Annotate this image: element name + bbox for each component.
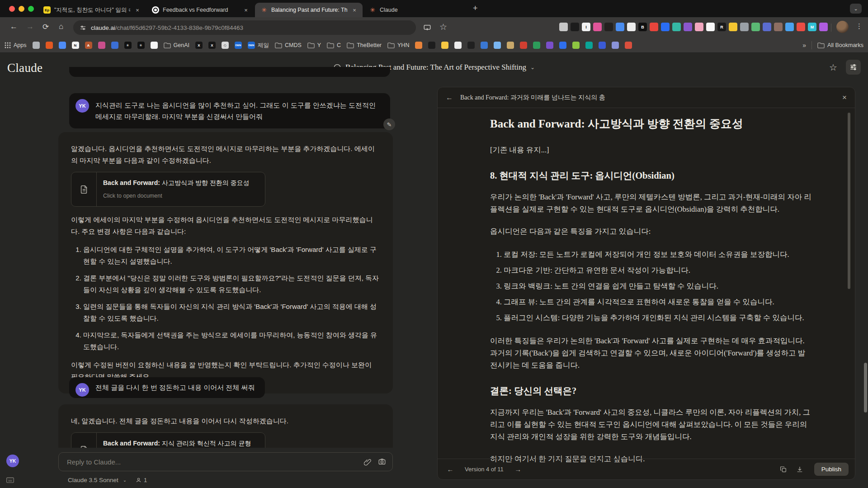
reply-input[interactable]: Reply to Claude... (67, 458, 358, 466)
bookmark-item[interactable] (599, 42, 606, 49)
extension-icon[interactable] (785, 23, 794, 31)
bookmark-item[interactable] (428, 42, 435, 49)
bookmark-folder[interactable]: CMDS (275, 42, 302, 48)
bookmark-item[interactable] (467, 42, 475, 49)
bookmark-item[interactable] (520, 42, 527, 49)
bookmark-item[interactable] (546, 42, 553, 49)
all-bookmarks-folder[interactable]: All Bookmarks (817, 42, 863, 48)
extension-icon[interactable] (763, 23, 771, 31)
bookmark-item[interactable] (98, 42, 105, 49)
bookmark-item[interactable]: X (195, 42, 203, 49)
copy-icon[interactable] (780, 466, 787, 473)
screenshot-camera-icon[interactable] (378, 458, 386, 466)
bookmark-item[interactable] (33, 42, 40, 49)
bookmark-folder[interactable]: Y (307, 42, 321, 48)
send-to-device-icon[interactable] (423, 24, 431, 32)
browser-profile-avatar[interactable] (836, 21, 849, 33)
bookmark-item[interactable] (481, 42, 488, 49)
extension-icon[interactable]: M (808, 23, 816, 31)
bookmark-item[interactable]: DBN (235, 42, 242, 49)
traffic-light-close[interactable] (9, 6, 15, 12)
extension-icon[interactable] (627, 23, 636, 31)
site-info-icon[interactable] (80, 24, 86, 31)
extension-icon[interactable]: R (717, 23, 726, 31)
bookmark-item[interactable]: X (208, 42, 216, 49)
extension-icon[interactable] (740, 23, 749, 31)
bookmark-item[interactable]: N (72, 42, 79, 49)
browser-menu-icon[interactable]: ⋮ (856, 22, 863, 30)
bookmark-item[interactable]: A (85, 42, 92, 49)
browser-tab-1[interactable]: Ep "지적도, 칭찬도 아니다" 일의 속도 × (38, 3, 146, 17)
extension-icon[interactable] (593, 23, 602, 31)
bookmark-item[interactable] (46, 42, 53, 49)
extension-icon[interactable] (672, 23, 681, 31)
bookmark-folder[interactable]: GenAI (164, 42, 189, 48)
bookmark-item[interactable] (494, 42, 501, 49)
bookmark-star-icon[interactable]: ☆ (439, 22, 447, 32)
collaborator-count[interactable]: 1 (136, 477, 147, 483)
extension-icon[interactable]: B (638, 23, 647, 31)
bookmarks-overflow-icon[interactable]: » (802, 42, 806, 49)
edit-message-button[interactable]: ✎ (383, 118, 395, 130)
address-bar[interactable]: claude.ai/chat/f65d6297-59b2-4133-838e-9… (73, 20, 416, 35)
extension-icon[interactable] (684, 23, 692, 31)
bookmark-item[interactable] (585, 42, 593, 49)
traffic-light-minimize[interactable] (19, 6, 24, 12)
tab-close-icon[interactable]: × (351, 7, 358, 14)
new-tab-button[interactable]: + (473, 4, 478, 13)
close-icon[interactable]: × (842, 93, 847, 102)
browser-tab-2[interactable]: Feedback vs Feedforward × (146, 3, 254, 17)
document-scrollbar[interactable] (848, 113, 850, 289)
bookmark-item[interactable] (559, 42, 566, 49)
extension-icon[interactable] (616, 23, 624, 31)
bookmark-folder[interactable]: YHN (387, 42, 409, 48)
bookmark-item[interactable] (625, 42, 632, 49)
apps-shortcut[interactable]: Apps (5, 42, 27, 48)
bookmark-item[interactable]: ✳ (124, 42, 132, 49)
bookmark-item[interactable] (59, 42, 66, 49)
reload-icon[interactable]: ⟳ (42, 22, 49, 32)
extension-icon[interactable] (661, 23, 670, 31)
tab-search-button[interactable]: ⌄ (850, 4, 862, 14)
bookmark-item[interactable] (441, 42, 448, 49)
bookmark-item[interactable] (151, 42, 158, 49)
artifact-card-1[interactable]: Back and Forward: 사고방식과 방향 전환의 중요성 Click… (71, 172, 265, 207)
bookmark-item[interactable] (572, 42, 580, 49)
tab-close-icon[interactable]: × (134, 7, 141, 14)
extension-icon[interactable] (695, 23, 703, 31)
extension-icon[interactable] (571, 23, 579, 31)
tab-close-icon[interactable]: × (242, 7, 250, 14)
extension-icon[interactable] (604, 23, 613, 31)
extension-icon[interactable] (797, 23, 805, 31)
traffic-light-zoom[interactable] (28, 6, 34, 12)
previous-version-button[interactable]: ← (444, 465, 457, 473)
window-scrollbar[interactable] (864, 363, 867, 412)
account-avatar[interactable]: YK (6, 455, 19, 467)
download-icon[interactable] (796, 466, 803, 473)
bookmark-item[interactable] (415, 42, 422, 49)
forward-icon[interactable]: → (26, 22, 34, 31)
bookmark-folder[interactable]: C (327, 42, 341, 48)
bookmark-item[interactable]: ✳ (137, 42, 145, 49)
bookmark-item[interactable] (454, 42, 462, 49)
extension-icon[interactable] (559, 23, 568, 31)
extension-icon[interactable] (650, 23, 658, 31)
bookmark-item[interactable] (111, 42, 118, 49)
back-arrow-icon[interactable]: ← (446, 94, 453, 102)
model-selector[interactable]: Claude 3.5 Sonnet ⌄ (68, 477, 127, 483)
attach-paperclip-icon[interactable] (364, 458, 372, 466)
bookmark-folder[interactable]: TheBetter (347, 42, 382, 48)
chat-settings-button[interactable] (846, 60, 861, 75)
bookmark-item[interactable] (507, 42, 514, 49)
keyboard-toggle-icon[interactable] (6, 477, 14, 483)
star-chat-icon[interactable]: ☆ (829, 62, 837, 73)
next-version-button[interactable]: → (512, 465, 524, 473)
home-icon[interactable]: ⌂ (59, 22, 63, 31)
publish-button[interactable]: Publish (814, 463, 849, 476)
extension-icon[interactable] (751, 23, 760, 31)
bookmark-item[interactable] (533, 42, 540, 49)
browser-tab-4[interactable]: ✳ Claude (363, 3, 471, 17)
extension-icon[interactable] (774, 23, 783, 31)
reply-composer[interactable]: Reply to Claude... (58, 452, 393, 471)
bookmark-item[interactable]: ◇ (222, 42, 229, 49)
